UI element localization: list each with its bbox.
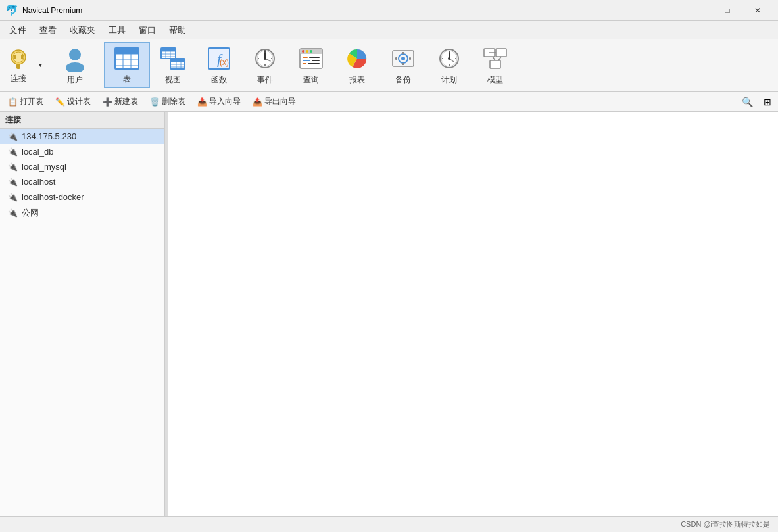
svg-rect-47 (303, 60, 310, 61)
menu-bar: 文件 查看 收藏夹 工具 窗口 帮助 (0, 21, 778, 39)
left-panel-header: 连接 (0, 112, 164, 129)
conn-134[interactable]: 🔌 134.175.5.230 (0, 129, 164, 144)
svg-rect-45 (303, 57, 308, 58)
delete-table-button[interactable]: 🗑️ 删除表 (145, 94, 191, 109)
svg-rect-46 (309, 57, 320, 58)
right-panel (168, 112, 778, 516)
delete-table-icon: 🗑️ (150, 97, 160, 107)
export-wizard-button[interactable]: 📤 导出向导 (247, 94, 301, 109)
toolbar-label-report: 报表 (349, 74, 365, 85)
conn-icon-6: 🔌 (8, 208, 18, 218)
title-bar: 🐬 Navicat Premium ─ □ ✕ (0, 0, 778, 21)
backup-icon (390, 45, 416, 72)
svg-rect-4 (21, 55, 23, 59)
conn-local-mysql[interactable]: 🔌 local_mysql (0, 159, 164, 174)
query-icon (298, 45, 324, 72)
export-wizard-label: 导出向导 (264, 96, 296, 107)
svg-point-6 (66, 62, 84, 72)
conn-icon-2: 🔌 (8, 147, 18, 157)
svg-point-44 (310, 50, 312, 53)
svg-line-72 (493, 57, 495, 60)
svg-point-63 (448, 57, 450, 60)
import-wizard-label: 导入向导 (209, 96, 241, 107)
design-table-button[interactable]: ✏️ 设计表 (50, 94, 96, 109)
toolbar-btn-model[interactable]: 模型 (472, 42, 518, 88)
conn-name-4: localhost (22, 177, 55, 187)
toolbar-divider-1 (49, 47, 49, 83)
action-bar: 📋 打开表 ✏️ 设计表 ➕ 新建表 🗑️ 删除表 📥 导入向导 📤 导出向导 … (0, 92, 778, 112)
toolbar-btn-user[interactable]: 用户 (52, 42, 98, 88)
connection-list: 🔌 134.175.5.230 🔌 local_db 🔌 local_mysql… (0, 129, 164, 222)
view-icon (160, 45, 186, 72)
action-bar-right: 🔍 ⊞ (738, 95, 775, 109)
maximize-button[interactable]: □ (712, 0, 742, 21)
toolbar-btn-function[interactable]: f (x) 函数 (196, 42, 242, 88)
svg-point-35 (264, 57, 266, 60)
svg-text:(x): (x) (220, 58, 229, 67)
export-wizard-icon: 📤 (253, 97, 262, 107)
function-icon: f (x) (206, 45, 232, 72)
menu-tools[interactable]: 工具 (102, 22, 132, 39)
svg-rect-50 (308, 63, 320, 64)
conn-name-2: local_db (22, 147, 53, 157)
model-icon (482, 45, 508, 72)
conn-icon-3: 🔌 (8, 162, 18, 172)
toolbar-btn-query[interactable]: 查询 (288, 42, 334, 88)
toolbar-btn-schedule[interactable]: 计划 (426, 42, 472, 88)
main-area: 连接 🔌 134.175.5.230 🔌 local_db 🔌 local_my… (0, 112, 778, 516)
toolbar-label-query: 查询 (303, 74, 319, 85)
new-table-label: 新建表 (114, 96, 138, 107)
toolbar-btn-report[interactable]: 报表 (334, 42, 380, 88)
toolbar-btn-event[interactable]: 事件 (242, 42, 288, 88)
close-button[interactable]: ✕ (742, 0, 773, 21)
svg-point-5 (69, 49, 81, 60)
conn-name-6: 公网 (22, 207, 39, 219)
menu-window[interactable]: 窗口 (132, 22, 162, 39)
svg-rect-48 (312, 60, 320, 61)
open-table-button[interactable]: 📋 打开表 (3, 94, 49, 109)
search-button[interactable]: 🔍 (738, 95, 757, 109)
grid-view-button[interactable]: ⊞ (760, 95, 775, 109)
menu-view[interactable]: 查看 (33, 22, 63, 39)
svg-rect-8 (115, 48, 139, 54)
conn-gongwang[interactable]: 🔌 公网 (0, 205, 164, 222)
menu-help[interactable]: 帮助 (162, 22, 193, 39)
toolbar-label-view: 视图 (165, 74, 181, 85)
open-table-icon: 📋 (8, 97, 18, 107)
title-bar-controls: ─ □ ✕ (682, 0, 773, 21)
table-icon (114, 45, 140, 71)
new-table-icon: ➕ (103, 97, 112, 107)
toolbar-label-model: 模型 (487, 74, 503, 85)
svg-point-42 (302, 50, 304, 53)
toolbar-label-backup: 备份 (395, 74, 411, 85)
toolbar-label-function: 函数 (211, 74, 227, 85)
toolbar-btn-backup[interactable]: 备份 (380, 42, 426, 88)
new-table-button[interactable]: ➕ 新建表 (97, 94, 143, 109)
event-icon (252, 45, 278, 72)
toolbar-btn-connect[interactable]: 连接 ▼ (0, 42, 46, 88)
conn-localhost-docker[interactable]: 🔌 localhost-docker (0, 189, 164, 205)
conn-name-5: localhost-docker (22, 192, 84, 202)
report-icon (344, 45, 370, 72)
svg-point-54 (401, 57, 405, 60)
design-table-label: 设计表 (67, 96, 91, 107)
conn-icon-5: 🔌 (8, 193, 18, 202)
conn-name-1: 134.175.5.230 (22, 132, 76, 141)
svg-rect-58 (409, 57, 411, 60)
toolbar-label-connect: 连接 (11, 73, 26, 84)
delete-table-label: 删除表 (162, 96, 185, 107)
import-wizard-button[interactable]: 📥 导入向导 (192, 94, 246, 109)
toolbar-btn-view[interactable]: 视图 (150, 42, 196, 88)
toolbar-btn-table[interactable]: 表 (104, 42, 150, 88)
conn-icon-4: 🔌 (8, 178, 18, 187)
title-bar-left: 🐬 Navicat Premium (5, 4, 82, 16)
menu-favorites[interactable]: 收藏夹 (63, 22, 102, 39)
svg-rect-69 (496, 49, 506, 57)
conn-localhost[interactable]: 🔌 localhost (0, 174, 164, 189)
menu-file[interactable]: 文件 (3, 22, 33, 39)
svg-rect-22 (170, 59, 185, 62)
conn-local-db[interactable]: 🔌 local_db (0, 144, 164, 159)
import-wizard-icon: 📥 (197, 97, 207, 107)
minimize-button[interactable]: ─ (682, 0, 712, 21)
conn-name-3: local_mysql (22, 162, 66, 172)
